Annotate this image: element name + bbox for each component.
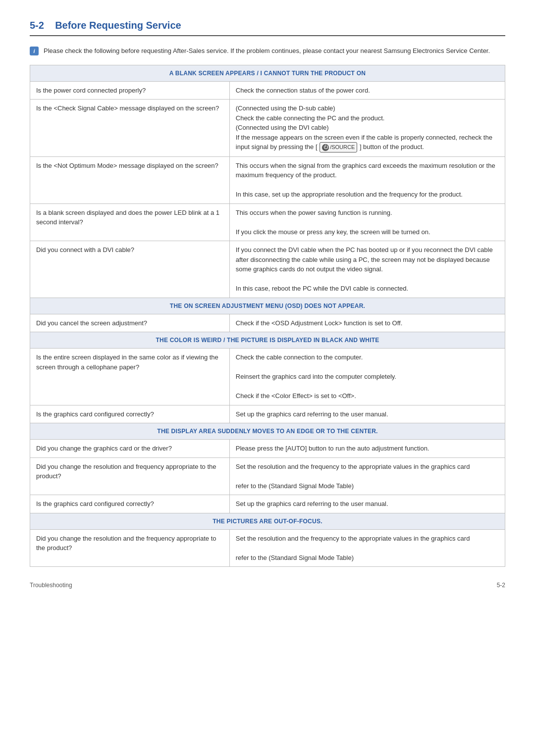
section-osd-header: THE ON SCREEN ADJUSTMENT MENU (OSD) DOES… <box>30 298 505 314</box>
answer-graphics-driver: Please press the [AUTO] button to run th… <box>229 440 505 458</box>
table-row: Is the graphics card configured correctl… <box>30 405 505 423</box>
footer-left: Troubleshooting <box>30 582 72 589</box>
answer-not-optimum: This occurs when the signal from the gra… <box>229 156 505 203</box>
answer-resolution-focus: Set the resolution and the frequency to … <box>229 529 505 567</box>
chapter-title: Before Requesting Service <box>55 20 181 31</box>
table-row: Is the power cord connected properly? Ch… <box>30 81 505 100</box>
table-row: Did you change the resolution and freque… <box>30 457 505 495</box>
question-cellophane: Is the entire screen displayed in the sa… <box>30 349 230 405</box>
source-button-icon: /SOURCE <box>320 142 357 152</box>
question-graphics-card-color: Is the graphics card configured correctl… <box>30 405 230 423</box>
table-row: Is the graphics card configured correctl… <box>30 495 505 513</box>
question-power-cord: Is the power cord connected properly? <box>30 81 230 100</box>
answer-graphics-card-display: Set up the graphics card referring to th… <box>229 495 505 513</box>
page-footer: Troubleshooting 5-2 <box>30 582 505 589</box>
table-row: Is the <Not Optimum Mode> message displa… <box>30 156 505 203</box>
info-icon <box>30 47 39 55</box>
section-focus-title: THE PICTURES ARE OUT-OF-FOCUS. <box>30 513 505 529</box>
question-cancel-adjustment: Did you cancel the screen adjustment? <box>30 314 230 332</box>
table-row: Is the <Check Signal Cable> message disp… <box>30 100 505 157</box>
section-blank-screen-title: A BLANK SCREEN APPEARS / I CANNOT TURN T… <box>30 65 505 81</box>
table-row: Did you change the resolution and the fr… <box>30 529 505 567</box>
section-focus-header: THE PICTURES ARE OUT-OF-FOCUS. <box>30 513 505 529</box>
table-row: Did you connect with a DVI cable? If you… <box>30 241 505 298</box>
page-title: 5-2 Before Requesting Service <box>30 20 181 31</box>
chapter-number: 5-2 <box>30 20 44 31</box>
table-row: Is a blank screen displayed and does the… <box>30 203 505 241</box>
section-color-title: THE COLOR IS WEIRD / THE PICTURE IS DISP… <box>30 332 505 349</box>
page-header: 5-2 Before Requesting Service <box>30 20 505 36</box>
question-graphics-driver: Did you change the graphics card or the … <box>30 440 230 458</box>
question-graphics-card-display: Is the graphics card configured correctl… <box>30 495 230 513</box>
question-dvi-cable: Did you connect with a DVI cable? <box>30 241 230 298</box>
footer-right: 5-2 <box>497 582 505 589</box>
table-row: Did you change the graphics card or the … <box>30 440 505 458</box>
answer-resolution-freq: Set the resolution and the frequency to … <box>229 457 505 495</box>
question-resolution-focus: Did you change the resolution and the fr… <box>30 529 230 567</box>
question-resolution-freq: Did you change the resolution and freque… <box>30 457 230 495</box>
section-osd-title: THE ON SCREEN ADJUSTMENT MENU (OSD) DOES… <box>30 298 505 314</box>
troubleshooting-table: A BLANK SCREEN APPEARS / I CANNOT TURN T… <box>30 65 505 567</box>
answer-check-signal: (Connected using the D-sub cable) Check … <box>229 100 505 157</box>
answer-cellophane: Check the cable connection to the comput… <box>229 349 505 405</box>
intro-text: Please check the following before reques… <box>44 46 490 56</box>
section-color-header: THE COLOR IS WEIRD / THE PICTURE IS DISP… <box>30 332 505 349</box>
question-not-optimum: Is the <Not Optimum Mode> message displa… <box>30 156 230 203</box>
answer-led-blink: This occurs when the power saving functi… <box>229 203 505 241</box>
table-row: Is the entire screen displayed in the sa… <box>30 349 505 405</box>
answer-power-cord: Check the connection status of the power… <box>229 81 505 100</box>
section-display-area-header: THE DISPLAY AREA SUDDENLY MOVES TO AN ED… <box>30 423 505 440</box>
intro-section: Please check the following before reques… <box>30 46 505 56</box>
answer-dvi-cable: If you connect the DVI cable when the PC… <box>229 241 505 298</box>
table-row: Did you cancel the screen adjustment? Ch… <box>30 314 505 332</box>
question-led-blink: Is a blank screen displayed and does the… <box>30 203 230 241</box>
section-blank-screen-header: A BLANK SCREEN APPEARS / I CANNOT TURN T… <box>30 65 505 81</box>
question-check-signal: Is the <Check Signal Cable> message disp… <box>30 100 230 157</box>
answer-cancel-adjustment: Check if the <OSD Adjustment Lock> funct… <box>229 314 505 332</box>
section-display-area-title: THE DISPLAY AREA SUDDENLY MOVES TO AN ED… <box>30 423 505 440</box>
answer-graphics-card-color: Set up the graphics card referring to th… <box>229 405 505 423</box>
power-source-icon <box>322 144 329 151</box>
